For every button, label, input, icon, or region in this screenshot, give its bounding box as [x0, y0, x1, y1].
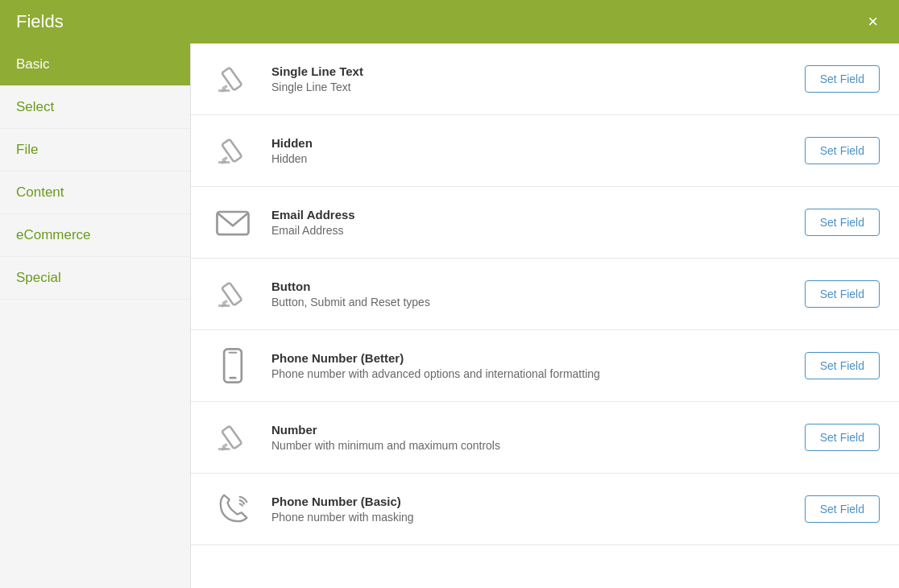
field-info-number: Number Number with minimum and maximum c…: [271, 423, 789, 452]
field-desc-email: Email Address: [271, 224, 789, 237]
field-row-hidden: Hidden Hidden Set Field: [191, 115, 899, 187]
field-info-button: Button Button, Submit and Reset types: [271, 280, 789, 308]
field-desc-button: Button, Submit and Reset types: [271, 296, 789, 308]
field-desc-phone-basic: Phone number with masking: [271, 511, 789, 524]
modal-header: Fields ×: [0, 0, 899, 43]
content-area: Single Line Text Single Line Text Set Fi…: [191, 43, 899, 588]
field-info-email: Email Address Email Address: [271, 208, 789, 237]
phone-basic-icon: [210, 487, 255, 532]
sidebar-item-select[interactable]: Select: [0, 86, 190, 129]
field-row-email: Email Address Email Address Set Field: [191, 187, 899, 259]
set-field-button-button[interactable]: Set Field: [805, 280, 880, 308]
modal: Fields × Basic Select File Content eComm…: [0, 0, 899, 588]
field-row-single-line-text: Single Line Text Single Line Text Set Fi…: [191, 43, 899, 115]
set-field-button-hidden[interactable]: Set Field: [805, 137, 880, 164]
field-desc-phone-better: Phone number with advanced options and i…: [271, 367, 789, 380]
field-desc-hidden: Hidden: [271, 152, 789, 165]
field-info-single-line-text: Single Line Text Single Line Text: [271, 64, 789, 93]
field-name-phone-better: Phone Number (Better): [271, 351, 789, 365]
field-name-number: Number: [271, 423, 789, 437]
set-field-button-phone-better[interactable]: Set Field: [805, 352, 880, 379]
pencil-icon: [210, 56, 255, 101]
field-desc-single-line-text: Single Line Text: [271, 81, 789, 93]
field-desc-number: Number with minimum and maximum controls: [271, 439, 789, 452]
sidebar-item-content[interactable]: Content: [0, 172, 190, 214]
field-row-phone-basic: Phone Number (Basic) Phone number with m…: [191, 474, 899, 545]
sidebar: Basic Select File Content eCommerce Spec…: [0, 43, 191, 588]
modal-title: Fields: [16, 11, 64, 32]
field-name-phone-basic: Phone Number (Basic): [271, 495, 789, 508]
field-name-button: Button: [271, 280, 789, 293]
field-name-email: Email Address: [271, 208, 789, 222]
field-info-hidden: Hidden Hidden: [271, 136, 789, 165]
close-button[interactable]: ×: [863, 11, 883, 32]
sidebar-item-file[interactable]: File: [0, 129, 190, 172]
pencil-icon-hidden: [210, 128, 255, 173]
sidebar-item-special[interactable]: Special: [0, 257, 190, 300]
field-name-single-line-text: Single Line Text: [271, 64, 789, 78]
set-field-button-email[interactable]: Set Field: [805, 209, 880, 236]
field-name-hidden: Hidden: [271, 136, 789, 150]
modal-body: Basic Select File Content eCommerce Spec…: [0, 43, 899, 588]
set-field-button-single-line-text[interactable]: Set Field: [805, 65, 880, 93]
set-field-button-phone-basic[interactable]: Set Field: [805, 495, 880, 523]
field-row-number: Number Number with minimum and maximum c…: [191, 402, 899, 474]
field-info-phone-better: Phone Number (Better) Phone number with …: [271, 351, 789, 380]
field-row-phone-better: Phone Number (Better) Phone number with …: [191, 330, 899, 402]
field-info-phone-basic: Phone Number (Basic) Phone number with m…: [271, 495, 789, 524]
mobile-icon: [210, 343, 255, 388]
email-icon: [210, 200, 255, 245]
pencil-icon-button: [210, 271, 255, 317]
field-row-button: Button Button, Submit and Reset types Se…: [191, 259, 899, 330]
set-field-button-number[interactable]: Set Field: [805, 424, 880, 451]
sidebar-item-basic[interactable]: Basic: [0, 43, 190, 86]
pencil-icon-number: [210, 415, 255, 460]
sidebar-item-ecommerce[interactable]: eCommerce: [0, 214, 190, 257]
